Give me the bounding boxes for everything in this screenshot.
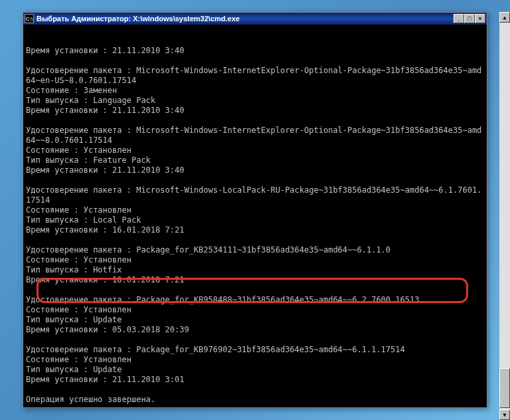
terminal-content: Время установки : 21.11.2010 3:40Удостов…	[26, 46, 484, 407]
terminal-line: Состояние : Установлен	[26, 355, 484, 365]
terminal-line: Тип выпуска : Language Pack	[26, 96, 484, 106]
terminal-line	[26, 335, 484, 345]
terminal-line: Состояние : Установлен	[26, 205, 484, 215]
terminal-line: Операция успешно завершена.	[26, 395, 484, 405]
terminal-line: Время установки : 16.01.2018 7:21	[26, 225, 484, 235]
terminal-line: Удостоверение пакета : Microsoft-Windows…	[26, 126, 484, 146]
terminal-line: Время установки : 05.03.2018 20:39	[26, 325, 484, 335]
terminal-line	[26, 175, 484, 185]
terminal-line: Время установки : 21.11.2010 3:40	[26, 46, 484, 56]
title-text: Выбрать Администратор: X:\windows\system…	[37, 15, 454, 23]
terminal-line	[26, 235, 484, 245]
terminal-line: Удостоверение пакета : Package_for_KB958…	[26, 295, 484, 305]
terminal-line: Время установки : 21.11.2010 3:01	[26, 375, 484, 385]
terminal-line: Время установки : 16.01.2018 7:21	[26, 275, 484, 285]
terminal-line: Тип выпуска : Hotfix	[26, 265, 484, 275]
terminal-line: Состояние : Установлен	[26, 146, 484, 156]
terminal-line: Состояние : Заменен	[26, 86, 484, 96]
terminal-line: Тип выпуска : Local Pack	[26, 215, 484, 225]
terminal-line: Тип выпуска : Feature Pack	[26, 156, 484, 165]
scrollbar[interactable]: ▲ ▼	[499, 12, 510, 420]
terminal-line: Тип выпуска : Update	[26, 315, 484, 325]
terminal-line	[26, 116, 484, 126]
terminal-line	[26, 405, 484, 407]
terminal-line: Удостоверение пакета : Microsoft-Windows…	[26, 66, 484, 86]
scroll-up-button[interactable]: ▲	[499, 12, 510, 23]
cmd-window: C:\ Выбрать Администратор: X:\windows\sy…	[23, 12, 487, 408]
terminal-line: Состояние : Установлен	[26, 255, 484, 265]
close-button[interactable]: ×	[475, 14, 485, 23]
terminal-line: Тип выпуска : Update	[26, 365, 484, 375]
terminal-line: Время установки : 21.11.2010 3:40	[26, 106, 484, 116]
titlebar-buttons: _ □ ×	[454, 14, 485, 23]
scroll-thumb[interactable]	[499, 368, 510, 408]
terminal-line	[26, 285, 484, 295]
terminal-line: Удостоверение пакета : Package_for_KB976…	[26, 345, 484, 355]
terminal-line: Удостоверение пакета : Package_for_KB253…	[26, 245, 484, 255]
scroll-down-button[interactable]: ▼	[499, 409, 510, 420]
terminal-line: Время установки : 21.11.2010 3:40	[26, 165, 484, 175]
terminal-output[interactable]: Время установки : 21.11.2010 3:40Удостов…	[23, 25, 487, 407]
terminal-line	[26, 385, 484, 395]
minimize-button[interactable]: _	[454, 14, 464, 23]
titlebar[interactable]: C:\ Выбрать Администратор: X:\windows\sy…	[23, 13, 487, 25]
terminal-line	[26, 56, 484, 66]
scroll-track[interactable]	[499, 23, 510, 409]
cmd-icon: C:\	[25, 14, 34, 23]
terminal-line: Удостоверение пакета : Microsoft-Windows…	[26, 185, 484, 205]
terminal-line: Состояние : Установлен	[26, 305, 484, 315]
maximize-button[interactable]: □	[464, 14, 475, 23]
